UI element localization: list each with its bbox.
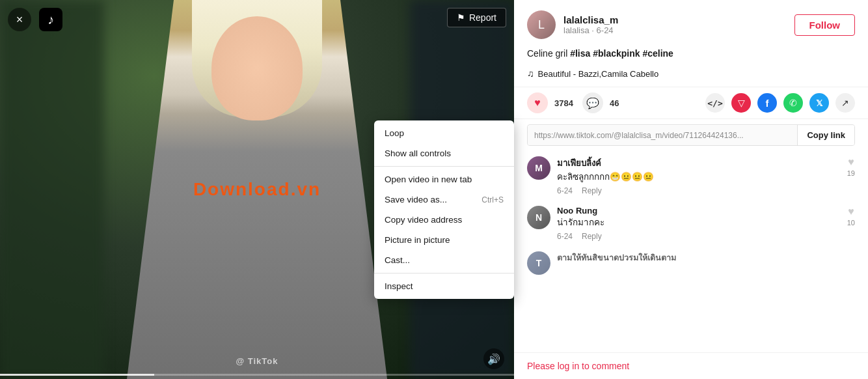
comment-body-2: Noo Rung น่ารักมากคะ 6-24 Reply	[557, 206, 841, 241]
comment-username-2[interactable]: Noo Rung	[557, 206, 841, 216]
comment-like-count-2: 10	[847, 219, 855, 227]
save-shortcut: Ctrl+S	[481, 195, 504, 204]
comment-avatar-3: T	[527, 251, 550, 275]
copy-link-button[interactable]: Copy link	[797, 125, 854, 145]
comment-like-count-1: 19	[847, 169, 855, 177]
context-menu-copy-address[interactable]: Copy video address	[374, 210, 514, 230]
context-menu-divider-1	[374, 166, 514, 167]
tiktok-logo-icon: ♪	[39, 8, 62, 31]
username[interactable]: lalalclisa_m	[563, 14, 787, 25]
close-button[interactable]: ×	[8, 8, 31, 31]
comment-heart-icon-1: ♥	[848, 156, 854, 168]
comment-date-2: 6-24	[557, 232, 573, 241]
comment-reply-2[interactable]: Reply	[582, 232, 602, 241]
comment-heart-icon-2: ♥	[848, 206, 854, 218]
download-share-button[interactable]: ▽	[731, 93, 751, 113]
context-menu-open-tab[interactable]: Open video in new tab	[374, 169, 514, 190]
like-button[interactable]: ♥	[527, 92, 548, 113]
user-avatar: L	[527, 10, 556, 39]
post-caption: Celine gril #lisa #blackpink #celine	[514, 47, 868, 66]
comment-icon: 💬	[586, 97, 599, 109]
comment-count: 46	[610, 98, 619, 108]
right-panel: L lalalclisa_m lalalisa · 6-24 Follow Ce…	[514, 0, 868, 379]
comment-button[interactable]: 💬	[582, 92, 603, 113]
comment-date-1: 6-24	[557, 186, 573, 195]
post-header: L lalalclisa_m lalalisa · 6-24 Follow	[514, 0, 868, 47]
comment-username-3[interactable]: ตามให้ทันสิขนาดปวรมให้เดินตาม	[557, 251, 855, 264]
comment-text-2: น่ารักมากคะ	[557, 217, 841, 229]
follow-button[interactable]: Follow	[794, 14, 856, 36]
report-button[interactable]: ⚑ Report	[447, 8, 506, 27]
context-menu-loop[interactable]: Loop	[374, 123, 514, 143]
music-line: ♫ Beautiful - Bazzi,Camila Cabello	[514, 66, 868, 87]
comment-body-1: มาเฟียบลิ้งค์ คะลิซลูกกกกก😁😐😐😐 6-24 Repl…	[557, 156, 841, 195]
hashtags: #lisa #blackpink #celine	[570, 48, 673, 59]
volume-button[interactable]: 🔊	[483, 348, 504, 369]
whatsapp-icon: ✆	[789, 98, 797, 108]
music-title: Beautiful - Bazzi,Camila Cabello	[538, 69, 659, 79]
comment-body-3: ตามให้ทันสิขนาดปวรมให้เดินตาม	[557, 251, 855, 275]
download-icon: ▽	[738, 98, 745, 108]
comment-like-2[interactable]: ♥ 10	[847, 206, 855, 241]
caption-text: Celine gril	[527, 48, 570, 59]
twitter-share-button[interactable]: 𝕏	[809, 93, 829, 113]
video-panel: Download.vn × ♪ ⚑ Report Loop Show all c…	[0, 0, 514, 379]
login-prompt[interactable]: Please log in to comment	[514, 352, 868, 379]
facebook-share-button[interactable]: f	[757, 93, 777, 113]
more-share-button[interactable]: ↗	[835, 93, 855, 113]
share-url: https://www.tiktok.com/@lalalclisa_m/vid…	[528, 126, 797, 145]
comment-avatar-1: M	[527, 156, 550, 180]
comment-meta-1: 6-24 Reply	[557, 186, 841, 195]
user-subline: lalalisa · 6-24	[563, 25, 787, 35]
like-count: 3784	[554, 98, 573, 108]
comment-like-1[interactable]: ♥ 19	[847, 156, 855, 195]
video-progress-fill	[0, 374, 154, 376]
facebook-icon: f	[766, 98, 769, 109]
url-bar: https://www.tiktok.com/@lalalclisa_m/vid…	[527, 124, 855, 146]
context-menu: Loop Show all controls Open video in new…	[374, 120, 514, 299]
user-info: lalalclisa_m lalalisa · 6-24	[563, 14, 787, 35]
context-menu-inspect[interactable]: Inspect	[374, 276, 514, 296]
comment-item-2: N Noo Rung น่ารักมากคะ 6-24 Reply ♥ 10	[527, 206, 855, 241]
embed-share-button[interactable]: </>	[705, 93, 725, 113]
context-menu-divider-2	[374, 273, 514, 274]
tiktok-logo: ♪	[39, 8, 62, 31]
video-progress-bar[interactable]	[0, 374, 514, 376]
report-label: Report	[469, 12, 496, 23]
twitter-icon: 𝕏	[816, 98, 822, 108]
embed-icon: </>	[707, 98, 722, 108]
context-menu-save-video[interactable]: Save video as... Ctrl+S	[374, 190, 514, 210]
comment-item-3: T ตามให้ทันสิขนาดปวรมให้เดินตาม	[527, 251, 855, 275]
comment-meta-2: 6-24 Reply	[557, 232, 841, 241]
comment-reply-1[interactable]: Reply	[582, 186, 602, 195]
action-bar: ♥ 3784 💬 46 </> ▽ f ✆ 𝕏 ↗	[514, 87, 868, 119]
flag-icon: ⚑	[457, 12, 465, 23]
comment-username-1[interactable]: มาเฟียบลิ้งค์	[557, 156, 841, 170]
context-menu-pip[interactable]: Picture in picture	[374, 230, 514, 250]
music-icon: ♫	[527, 68, 534, 79]
comment-item: M มาเฟียบลิ้งค์ คะลิซลูกกกกก😁😐😐😐 6-24 Re…	[527, 156, 855, 195]
comment-text-1: คะลิซลูกกกกก😁😐😐😐	[557, 171, 841, 184]
context-menu-cast[interactable]: Cast...	[374, 250, 514, 270]
comment-avatar-2: N	[527, 206, 550, 229]
share-arrow-icon: ↗	[841, 98, 849, 108]
video-watermark: @ TikTok	[236, 356, 278, 366]
whatsapp-share-button[interactable]: ✆	[783, 93, 803, 113]
comments-section: M มาเฟียบลิ้งค์ คะลิซลูกกกกก😁😐😐😐 6-24 Re…	[514, 151, 868, 352]
heart-icon: ♥	[534, 97, 541, 109]
context-menu-show-controls[interactable]: Show all controls	[374, 143, 514, 163]
